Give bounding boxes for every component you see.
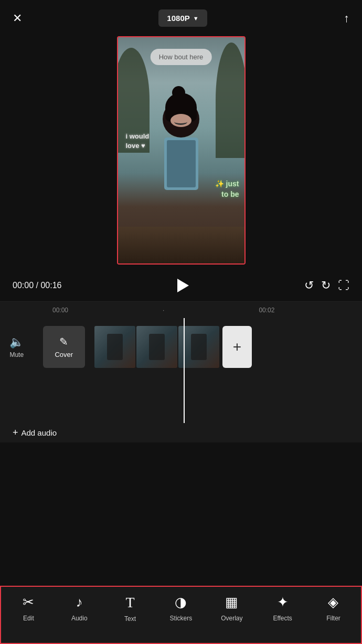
tool-overlay[interactable]: ▦ Overlay [214, 594, 250, 622]
close-button[interactable]: ✕ [13, 12, 22, 25]
tool-text[interactable]: T Text [112, 594, 148, 622]
redo-button[interactable]: ↻ [321, 279, 331, 292]
thumbnail-1 [94, 326, 135, 368]
current-time: 00:00 [13, 281, 34, 290]
tool-filter[interactable]: ◈ Filter [315, 594, 352, 622]
sticker-iwould[interactable]: i wouldlove ♥ [126, 132, 150, 151]
scissors-icon: ✂ [23, 594, 34, 610]
text-icon: T [126, 594, 135, 611]
playhead [184, 318, 185, 423]
video-preview-container: How bout here i wouldlove ♥ ✨ justto be [0, 36, 362, 270]
filter-label: Filter [326, 615, 340, 622]
tool-edit[interactable]: ✂ Edit [10, 594, 47, 622]
thumbnail-strip[interactable]: + [94, 326, 362, 368]
effects-label: Effects [273, 615, 292, 622]
tool-effects[interactable]: ✦ Effects [264, 594, 301, 622]
track-left-controls: 🔈 Mute ✎ Cover [0, 326, 94, 368]
resolution-label: 1080P [167, 14, 189, 23]
cover-label: Cover [55, 351, 73, 358]
add-audio-row: + Add audio [0, 423, 362, 442]
character-head [163, 101, 199, 138]
top-bar: ✕ 1080P ▼ ↑ [0, 0, 362, 36]
character-figure [152, 101, 210, 232]
music-note-icon: ♪ [76, 594, 83, 610]
time-separator: / [36, 281, 38, 290]
ruler-dot-1: · [163, 307, 164, 314]
play-button[interactable] [173, 275, 194, 296]
character-overall [167, 140, 196, 187]
chevron-down-icon: ▼ [193, 15, 199, 22]
mute-button[interactable]: 🔈 Mute [9, 335, 24, 358]
cover-button[interactable]: ✎ Cover [43, 326, 85, 368]
add-audio-button[interactable]: + Add audio [13, 427, 349, 438]
overlay-icon: ▦ [225, 594, 238, 610]
mute-icon: 🔈 [9, 335, 24, 349]
add-clip-button[interactable]: + [222, 326, 252, 368]
sticker-just[interactable]: ✨ justto be [215, 179, 239, 199]
stickers-label: Stickers [170, 615, 193, 622]
character-body [164, 138, 198, 190]
filter-icon: ◈ [328, 594, 338, 610]
thumbnail-2 [136, 326, 177, 368]
overlay-label: Overlay [221, 615, 242, 622]
thumb-char-1 [107, 334, 123, 360]
ruler-mark-1: 00:02 [259, 307, 274, 314]
tool-audio[interactable]: ♪ Audio [61, 594, 98, 622]
resolution-button[interactable]: 1080P ▼ [158, 9, 207, 27]
control-buttons: ↺ ↻ ⛶ [304, 279, 349, 292]
timeline-controls: 00:00 / 00:16 ↺ ↻ ⛶ [0, 270, 362, 301]
play-icon [177, 279, 189, 292]
text-label: Text [124, 615, 136, 622]
undo-button[interactable]: ↺ [304, 279, 314, 292]
thumb-char-2 [149, 334, 165, 360]
video-preview[interactable]: How bout here i wouldlove ♥ ✨ justto be [117, 36, 246, 265]
character-smile [174, 119, 187, 125]
export-button[interactable]: ↑ [344, 12, 349, 25]
add-audio-plus-icon: + [13, 427, 18, 438]
tool-stickers[interactable]: ◑ Stickers [163, 594, 199, 622]
effects-icon: ✦ [277, 594, 289, 610]
total-time: 00:16 [40, 281, 61, 290]
sticker-icon: ◑ [175, 594, 187, 610]
edit-label: Edit [23, 615, 34, 622]
audio-label: Audio [71, 615, 88, 622]
time-display: 00:00 / 00:16 [13, 281, 61, 290]
speech-bubble: How bout here [151, 49, 212, 65]
thumb-char-3 [191, 334, 207, 360]
tree-right-decoration [216, 43, 246, 158]
video-track-row: 🔈 Mute ✎ Cover + [0, 318, 362, 376]
timeline-track-area: 🔈 Mute ✎ Cover + [0, 318, 362, 423]
add-audio-label: Add audio [22, 428, 57, 437]
timeline-ruler: 00:00 · 00:02 · [0, 301, 362, 318]
floor-decoration [118, 227, 244, 263]
fullscreen-button[interactable]: ⛶ [338, 279, 349, 292]
ruler-mark-0: 00:00 [52, 307, 68, 314]
bottom-toolbar: ✂ Edit ♪ Audio T Text ◑ Stickers ▦ Overl… [0, 586, 362, 644]
cover-edit-icon: ✎ [59, 335, 68, 348]
mute-label: Mute [9, 351, 24, 358]
